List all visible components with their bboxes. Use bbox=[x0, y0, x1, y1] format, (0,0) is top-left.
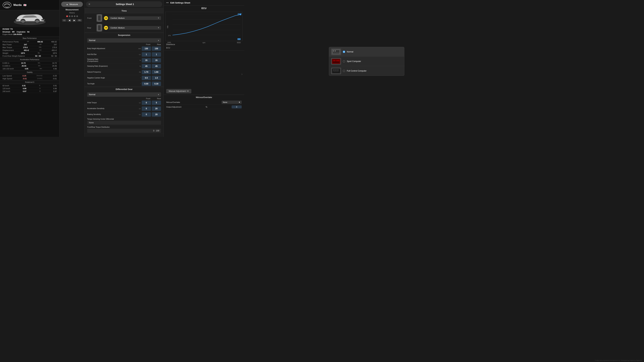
toe-angle-front: 0.00 bbox=[144, 83, 148, 85]
anti-roll-rear-box[interactable]: 1 bbox=[152, 52, 161, 57]
diff-section-header: Differential Gear bbox=[85, 87, 164, 91]
rear-tire-select[interactable]: Comfort: Medium ▼ bbox=[109, 26, 161, 30]
damping-comp-values: 35 35 bbox=[142, 58, 161, 62]
braking-sens-values: 0 20 bbox=[142, 112, 161, 117]
toe-angle-front-box[interactable]: ↕↕ 0.00 bbox=[142, 82, 151, 86]
accel-sens-rear-box[interactable]: 20 bbox=[152, 106, 161, 111]
rotational-g-stats: 60 km/h 0.91 G 0.91 120 km/h 0.96 G 0.96… bbox=[0, 84, 59, 93]
power-base: 247 bbox=[24, 43, 27, 45]
radio-dot-5[interactable] bbox=[76, 15, 78, 17]
radio-dot-3[interactable] bbox=[71, 15, 73, 17]
ecu-chart: 247 ft·lb 171 1000 rpm 8500 bbox=[165, 12, 242, 41]
edit-header: ••• Edit Settings Sheet bbox=[164, 0, 244, 5]
damping-comp-rear-box[interactable]: 35 bbox=[152, 58, 161, 62]
nitrous-select[interactable]: None ▼ bbox=[222, 100, 242, 104]
low-speed-row: Low Speed -0.25 (Neutral) -0.25 bbox=[2, 74, 57, 77]
nav-next-button[interactable]: ▶ bbox=[72, 19, 76, 22]
mazda-logo: mazda bbox=[2, 2, 12, 8]
nat-freq-front-box[interactable]: 1.70 bbox=[142, 70, 151, 74]
rg3-base: 0.97 bbox=[23, 90, 26, 92]
balance-row: Front-Rear Weight Balance 50 : 50 50 : 5… bbox=[2, 55, 57, 57]
r2-label: 0-1000 m bbox=[2, 65, 10, 67]
manual-adj-dots-icon: ••• bbox=[187, 90, 189, 92]
high-speed-current: -0.61 bbox=[53, 78, 57, 80]
torque-label: Max Torque bbox=[2, 46, 12, 48]
braking-sens-front-box[interactable]: 0 bbox=[142, 112, 151, 117]
displacement-row: Displacement 491×2 CC 491×2 bbox=[2, 49, 57, 52]
front-rear-dist-value[interactable]: 0 : 100 bbox=[87, 129, 161, 133]
dots-menu-icon[interactable]: ••• bbox=[166, 1, 169, 4]
toe-angle-rear: 0.30 bbox=[154, 83, 158, 85]
suspension-type-select[interactable]: Normal ▼ bbox=[87, 38, 161, 42]
drivetrain-label: Drivetrain bbox=[2, 31, 10, 33]
rg3-row: 240 km/h 0.97 G 0.97 bbox=[2, 90, 57, 93]
rear-tire-label: Rear bbox=[87, 27, 96, 29]
neg-camber-front-box[interactable]: 0.5 bbox=[142, 76, 151, 80]
measure-history-subtitle: History bbox=[61, 12, 83, 14]
radio-dot-1[interactable] bbox=[66, 15, 68, 17]
body-height-label: Body Height Adjustment bbox=[87, 48, 136, 50]
front-tire-icon bbox=[96, 14, 102, 22]
initial-torque-label: Initial Torque bbox=[87, 102, 136, 104]
body-height-front-box[interactable]: 130 bbox=[142, 46, 151, 51]
front-tire-select[interactable]: Comfort: Medium ▼ bbox=[109, 16, 161, 20]
measure-button[interactable]: ▲ Measure bbox=[61, 2, 83, 7]
measure-history-title: Measurement bbox=[61, 8, 83, 11]
high-speed-label: High Speed bbox=[2, 78, 12, 80]
r2-base: 25.55 bbox=[22, 65, 26, 67]
svg-rect-13 bbox=[98, 25, 100, 30]
damping-exp-rear-box[interactable]: 45 bbox=[152, 64, 161, 68]
car-image-area bbox=[0, 10, 59, 27]
initial-torque-rear: 5 bbox=[156, 102, 157, 104]
r2-row: 0-1000 m 25.55 sec. 25.55 bbox=[2, 64, 57, 67]
radio-dot-4[interactable] bbox=[74, 15, 76, 17]
initial-torque-front-box[interactable]: 0 bbox=[142, 100, 151, 105]
anti-roll-rear: 1 bbox=[156, 53, 157, 56]
r2-current: 25.55 bbox=[52, 65, 57, 67]
damping-exp-unit: % bbox=[136, 65, 141, 67]
accel-sens-unit: Lv. bbox=[136, 108, 141, 109]
edit-settings-title: Edit Settings Sheet bbox=[170, 1, 190, 4]
main-settings-panel: ≡ Settings Sheet 1 Tires Front CM Comfor… bbox=[85, 0, 164, 137]
body-height-unit: mm bbox=[136, 48, 141, 49]
body-height-rear-box[interactable]: 130 bbox=[152, 46, 161, 51]
rear-tire-dropdown-arrow: ▼ bbox=[158, 27, 159, 29]
r1-current: 14.72 bbox=[52, 62, 57, 64]
braking-sens-rear-box[interactable]: 20 bbox=[152, 112, 161, 117]
damping-comp-row: Damping Ratio(Compression) % 35 35 bbox=[85, 57, 164, 63]
neg-camber-rear: 1.5 bbox=[155, 77, 158, 79]
torque-current: 170.6 bbox=[52, 46, 57, 48]
nat-freq-rear-box[interactable]: 1.90 bbox=[152, 70, 161, 74]
torque-vec-value[interactable]: None bbox=[87, 121, 161, 125]
manual-adjustment-button[interactable]: Manual Adjustment ••• bbox=[166, 89, 191, 93]
anti-roll-front-box[interactable]: 1 bbox=[142, 52, 151, 57]
diff-dropdown-arrow: ▼ bbox=[158, 94, 159, 95]
front-tire-row: Front CM Comfort: Medium ▼ bbox=[85, 13, 164, 23]
neg-camber-rear-box[interactable]: 1.5 bbox=[152, 76, 161, 80]
weight-base: 1874 bbox=[21, 52, 25, 54]
measure-triangle-icon: ▲ bbox=[66, 3, 68, 5]
rear-tire-row: Rear CM Comfort: Medium ▼ bbox=[85, 23, 164, 33]
front-col-label: Front bbox=[146, 43, 150, 45]
r2-unit: sec. bbox=[38, 65, 41, 67]
initial-torque-unit: Lv. bbox=[136, 102, 141, 104]
diff-type-value: Normal bbox=[89, 93, 96, 96]
damping-exp-front-box[interactable]: 45 bbox=[142, 64, 151, 68]
damping-comp-front-box[interactable]: 35 bbox=[142, 58, 151, 62]
accel-sens-front-box[interactable]: 0 bbox=[142, 106, 151, 111]
toe-angle-rear-box[interactable]: ↕↑ 0.30 bbox=[152, 82, 161, 86]
torque-row: Max Torque 170.6 ft·lb 170.6 bbox=[2, 46, 57, 49]
hamburger-icon[interactable]: ≡ bbox=[88, 3, 90, 6]
diff-type-select[interactable]: Normal ▼ bbox=[87, 92, 161, 97]
ecu-section-title: ECU bbox=[164, 5, 244, 11]
front-tire-dropdown-arrow: ▼ bbox=[158, 17, 159, 19]
damping-exp-values: 45 45 bbox=[142, 64, 161, 68]
braking-sens-front: 0 bbox=[146, 113, 147, 116]
initial-torque-rear-box[interactable]: 5 bbox=[152, 100, 161, 105]
displacement-unit: CC bbox=[40, 49, 42, 51]
nav-prev-button[interactable]: ◀ bbox=[68, 19, 72, 22]
radio-dot-2[interactable] bbox=[69, 15, 70, 17]
r3-row: 100-150 km/h 4.95 sec. 4.95 bbox=[2, 67, 57, 70]
rg1-row: 60 km/h 0.91 G 0.91 bbox=[2, 84, 57, 87]
damping-exp-label: Damping Ratio (Expansion) bbox=[87, 65, 136, 67]
